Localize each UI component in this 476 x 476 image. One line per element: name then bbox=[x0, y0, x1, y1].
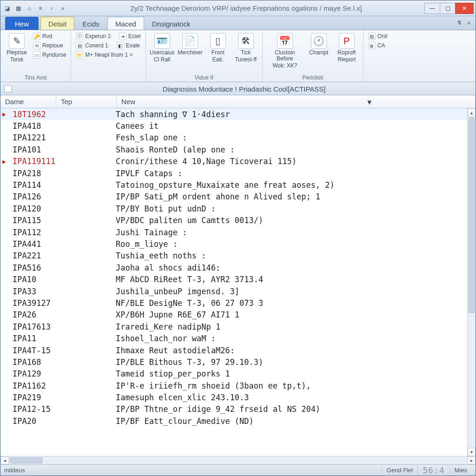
status-left: mildeus bbox=[4, 467, 382, 474]
tab-dnsignatock[interactable]: Dnsignatock bbox=[144, 17, 198, 30]
table-row[interactable]: IPA120TP/BY Boti put udnD : bbox=[0, 203, 467, 214]
qat-icon-6[interactable]: » bbox=[58, 4, 67, 13]
row-desc: Jaoha al shocs adi146: bbox=[116, 263, 467, 272]
table-row[interactable]: IPA12-15IP/BP Thtne_or idige 9_42 frseid… bbox=[0, 403, 467, 415]
qat-icon-2[interactable]: ▦ bbox=[13, 4, 23, 13]
scroll-down-icon[interactable]: ▾ bbox=[468, 448, 476, 456]
custom-before-button[interactable]: 📅Clustoin BeforeWok: XK? bbox=[266, 32, 304, 70]
table-row[interactable]: IPA418Canees it bbox=[0, 120, 467, 132]
dropdown-icon[interactable]: ▼ bbox=[366, 98, 373, 106]
row-code: IPA516 bbox=[13, 263, 116, 272]
row-code: IPA119111 bbox=[13, 157, 116, 166]
table-row[interactable]: IPA26XP/B6H Jupne R6E_67 AI71 1 bbox=[0, 309, 467, 321]
chanipt-button[interactable]: 🕐Chanipt bbox=[306, 32, 331, 58]
row-code: IPA168 bbox=[13, 357, 116, 367]
row-code: IPA120 bbox=[13, 204, 116, 213]
pleprise-button[interactable]: ✎ Pleprise Torsk bbox=[4, 32, 29, 64]
onil-button[interactable]: ▧Onil bbox=[367, 32, 388, 40]
table-row[interactable]: IPA33Jushila_unbeuP imgensd. 3] bbox=[0, 285, 467, 297]
table-row[interactable]: IPA168IP/BLE Bithous T-3, 97 29.10.3) bbox=[0, 356, 467, 368]
table-row[interactable]: IPA218IPVLF Cataps : bbox=[0, 167, 467, 179]
rvd-button[interactable]: 🔑Rvd bbox=[32, 32, 67, 40]
table-row[interactable]: ▶IPA119111Cronir/ithese 4 10,Nage Ticove… bbox=[0, 156, 467, 167]
row-marker-icon: ▶ bbox=[2, 158, 13, 165]
row-code: IPA129 bbox=[13, 369, 116, 378]
table-row[interactable]: ▶18T1962Tach shanning ∇ 1·4diesr bbox=[0, 108, 467, 120]
scroll-up-icon[interactable]: ▴ bbox=[468, 108, 476, 117]
scroll-left-icon[interactable]: ◂ bbox=[0, 456, 9, 464]
usercaius-button[interactable]: 🪪UsercaiusCl Rall bbox=[150, 32, 175, 64]
panel-header: Diagnosiss Moduntace ! Priadashic Cool[A… bbox=[0, 82, 476, 95]
table-row[interactable]: IPA1162IP'R-e iriiefh_rm shoeid (3baon e… bbox=[0, 380, 467, 391]
row-code: IPA12-15 bbox=[13, 404, 116, 414]
qat-icon-4[interactable]: ≡ bbox=[36, 4, 45, 13]
scroll-right-icon[interactable]: ▸ bbox=[467, 456, 476, 464]
table-row[interactable]: IPA219Iamesuph elcen_xlic 243.10.3 bbox=[0, 391, 467, 403]
tab-detail[interactable]: Detait bbox=[40, 17, 74, 30]
group-2-label bbox=[75, 80, 141, 81]
table-row[interactable]: IPA115VP/BDC paliten um Camtts 0013/) bbox=[0, 215, 467, 226]
table-row[interactable]: IPA129Tameid stiop_per_porks 1 bbox=[0, 368, 467, 380]
row-code: IPA219 bbox=[13, 393, 116, 402]
table-row[interactable]: IPA114Tatoinog_opsture_Muxaixate ane fre… bbox=[0, 179, 467, 191]
col-new[interactable]: New▼ bbox=[117, 95, 476, 108]
tick-button[interactable]: 🛠TickTunest-ff bbox=[233, 32, 258, 64]
file-tab[interactable]: Hew bbox=[5, 17, 39, 30]
merchiner-button[interactable]: 📄Merchiner bbox=[178, 32, 203, 58]
row-desc: Tameid stiop_per_porks 1 bbox=[116, 369, 467, 378]
qat-icon-3[interactable]: ⌂ bbox=[25, 4, 34, 13]
conerd-button[interactable]: ▤Conerd 1· ◧Evale bbox=[75, 41, 141, 50]
qat-icon-1[interactable]: ◪ bbox=[2, 4, 12, 13]
row-code: IPA1221 bbox=[13, 133, 116, 142]
table-row[interactable]: IPA20IP/BF Eatt_clour_Amedive (ND) bbox=[0, 415, 467, 427]
row-code: IPA126 bbox=[13, 192, 116, 201]
ribbon-group-1: ✎ Pleprise Torsk 🔑Rvd ⟲Reploue ▭Ryndurse… bbox=[0, 30, 71, 82]
col-tep[interactable]: Tep bbox=[56, 95, 117, 108]
table-row[interactable]: IPA17613Iraredi_Kere nadipNp 1 bbox=[0, 321, 467, 332]
minimize-button[interactable]: — bbox=[424, 3, 440, 14]
row-desc: IPVLF Cataps : bbox=[116, 169, 467, 178]
column-headers: Dame Tep New▼ bbox=[0, 95, 476, 108]
ca-button[interactable]: ◍CA bbox=[367, 41, 388, 50]
close-button[interactable]: ✕ bbox=[455, 3, 474, 14]
row-desc: VP/BDC paliten um Camtts 0013/) bbox=[116, 216, 467, 225]
ribbon-pin-icon[interactable]: ↯ bbox=[457, 19, 462, 27]
roproft-button[interactable]: PRoproftRleport bbox=[334, 32, 359, 64]
status-mies: Mies bbox=[450, 467, 472, 474]
panel-icon bbox=[4, 85, 12, 93]
row-code: 18T1962 bbox=[13, 110, 116, 119]
tab-ecids[interactable]: Ecids bbox=[74, 17, 107, 30]
group-3-label: Vidue If bbox=[150, 73, 258, 81]
table-row[interactable]: IPA112Jushi Tainage : bbox=[0, 226, 467, 238]
table-row[interactable]: IPA10MF AbCD RiReet T-3, AYR2 3713.4 bbox=[0, 273, 467, 285]
row-code: IPA33 bbox=[13, 287, 116, 296]
tab-maced[interactable]: Maced bbox=[107, 17, 144, 30]
table-row[interactable]: IPA1221Fesh_slap one : bbox=[0, 132, 467, 144]
table-row[interactable]: IPA441Roo_m_lioye : bbox=[0, 238, 467, 250]
vertical-scrollbar[interactable]: ▴ ▾ bbox=[467, 108, 476, 456]
horizontal-scrollbar[interactable]: ◂ ▸ bbox=[0, 456, 476, 464]
table-row[interactable]: IPA516Jaoha al shocs adi146: bbox=[0, 262, 467, 273]
reploue-button[interactable]: ⟲Reploue bbox=[32, 41, 67, 50]
ryndurse-button[interactable]: ▭Ryndurse bbox=[32, 51, 67, 59]
table-row[interactable]: IPA126IP/BP Sati_pM ordent ahone n Alive… bbox=[0, 191, 467, 203]
table-row[interactable]: IPA4T-15Ihmaxe Reut astodielaM26: bbox=[0, 344, 467, 356]
table-row[interactable]: IPA39127NF/BLE DesigNe T-3, 06 27 073 3 bbox=[0, 297, 467, 309]
experun-button[interactable]: ⓘExperun 2· ➜Eciet bbox=[75, 32, 141, 40]
ribbon-group-2: ⓘExperun 2· ➜Eciet ▤Conerd 1· ◧Evale 📁M+… bbox=[71, 30, 145, 82]
maximize-button[interactable]: ▢ bbox=[440, 3, 456, 14]
hscroll-thumb[interactable] bbox=[10, 457, 42, 463]
ribbon-collapse-icon[interactable]: ㅅ bbox=[466, 19, 472, 27]
front-button[interactable]: ▯FrontEait. bbox=[205, 32, 231, 64]
row-desc: Iamesuph elcen_xlic 243.10.3 bbox=[116, 393, 467, 402]
table-row[interactable]: IPA101Shaois RonteD (alep one : bbox=[0, 144, 467, 155]
neapl-button[interactable]: 📁M+ Neapl Ihum 1 > bbox=[75, 51, 141, 59]
col-dame[interactable]: Dame bbox=[0, 95, 56, 108]
scroll-thumb[interactable] bbox=[469, 118, 475, 313]
qat-icon-5[interactable]: › bbox=[47, 4, 56, 13]
list[interactable]: ▶18T1962Tach shanning ∇ 1·4diesrIPA418Ca… bbox=[0, 108, 467, 456]
table-row[interactable]: IPA221Tushia_eeth noths : bbox=[0, 250, 467, 262]
calendar-icon: 📅 bbox=[277, 33, 293, 49]
table-row[interactable]: IPA11Ishoel_lach_nor waM : bbox=[0, 332, 467, 344]
pencil-icon: ✎ bbox=[9, 33, 25, 49]
